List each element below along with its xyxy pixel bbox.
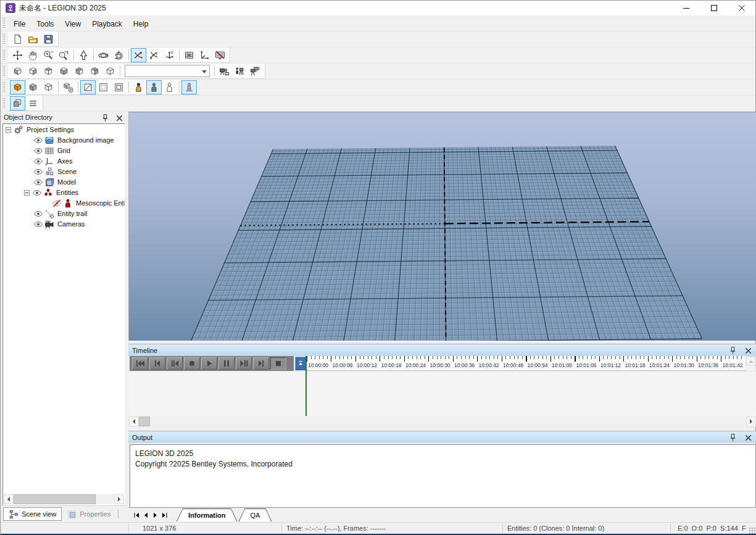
toolbar-grip[interactable] (3, 82, 5, 93)
nav-last-button[interactable] (160, 510, 169, 520)
camera-tripod-button[interactable] (232, 64, 247, 78)
pin-icon[interactable] (100, 113, 110, 123)
square-slash-button[interactable] (80, 80, 96, 94)
tree-item-grid[interactable]: Grid (3, 146, 125, 156)
pan-button[interactable] (10, 48, 25, 62)
output-log[interactable]: LEGION 3D 2025Copyright ?2025 Bentley Sy… (130, 444, 755, 507)
tree-item-mesoscopic-entities[interactable]: Mesoscopic Entities (3, 198, 125, 208)
cube-v5-button[interactable] (72, 64, 87, 78)
menu-file[interactable]: File (8, 17, 31, 31)
cube-v4-button[interactable] (56, 64, 72, 78)
visibility-eye-icon[interactable] (33, 156, 43, 166)
rotate-z-button[interactable]: z (162, 48, 177, 62)
timeline-hscrollbar[interactable] (128, 416, 756, 427)
orbit-button[interactable] (96, 48, 111, 62)
pointer-up-button[interactable] (76, 48, 91, 62)
scroll-right-icon[interactable] (746, 417, 756, 426)
axes-toggle-button[interactable] (197, 48, 212, 62)
overlap-squares-button[interactable] (10, 96, 25, 110)
cube-v3-button[interactable] (41, 64, 56, 78)
toolbar-grip[interactable] (3, 34, 5, 45)
cube-shaded-button[interactable] (25, 80, 41, 94)
collapse-tracks-button[interactable] (295, 357, 306, 370)
visibility-eye-off-icon[interactable] (52, 198, 62, 208)
rotate-y-button[interactable]: y (146, 48, 162, 62)
menu-view[interactable]: View (59, 17, 86, 31)
square-solid-button[interactable] (111, 80, 127, 94)
play-pause-button[interactable] (236, 357, 252, 370)
scroll-right-icon[interactable] (114, 494, 124, 504)
visibility-eye-icon[interactable] (33, 219, 43, 229)
step-back-button[interactable] (167, 357, 183, 370)
tree-hscroll-thumb[interactable] (14, 494, 96, 504)
hand-button[interactable] (25, 48, 41, 62)
maximize-button[interactable] (700, 1, 728, 15)
timeline-ruler[interactable]: 10:00:0010:00:0610:00:1210:00:1810:00:24… (307, 356, 746, 371)
close-icon[interactable] (743, 433, 754, 443)
pause-button[interactable] (218, 357, 235, 370)
cube-add-button[interactable] (60, 80, 76, 94)
zoom-in-button[interactable] (41, 48, 56, 62)
person-orange-button[interactable] (131, 80, 146, 94)
cube-solid-button[interactable] (10, 80, 25, 94)
close-icon[interactable] (743, 346, 754, 356)
expander-minus-icon[interactable] (24, 190, 30, 196)
menubar-grip[interactable] (3, 18, 5, 29)
camera-combobox[interactable] (125, 65, 210, 77)
timeline-tracks[interactable] (128, 371, 756, 416)
visibility-eye-icon[interactable] (33, 167, 43, 176)
go-to-start-button[interactable] (132, 357, 148, 370)
tab-qa[interactable]: QA (239, 508, 272, 521)
cube-v7-button[interactable] (102, 64, 118, 78)
person-podium-button[interactable] (181, 80, 197, 94)
visibility-eye-icon[interactable] (33, 177, 43, 187)
play-button[interactable] (201, 357, 217, 370)
menu-tools[interactable]: Tools (31, 17, 59, 31)
tree-item-background-image[interactable]: Background image (3, 135, 125, 145)
tree-item-model[interactable]: Model (3, 177, 125, 187)
person-outline-button[interactable] (162, 80, 177, 94)
zoom-window-button[interactable] (56, 48, 72, 62)
tree-item-cameras[interactable]: Cameras (3, 219, 125, 229)
minimize-button[interactable] (672, 1, 700, 15)
tree-item-scene[interactable]: Scene (3, 167, 125, 176)
resize-grip-icon[interactable] (749, 528, 755, 534)
tab-properties[interactable]: Properties (62, 507, 115, 521)
tab-scene-view[interactable]: Scene view (3, 507, 62, 521)
nav-prev-button[interactable] (141, 510, 151, 520)
open-folder-button[interactable] (25, 32, 41, 46)
pin-icon[interactable] (728, 346, 738, 356)
nav-first-button[interactable] (132, 510, 141, 520)
visibility-eye-icon[interactable] (33, 146, 43, 156)
rotate-x-button[interactable]: x (131, 48, 146, 62)
cube-v1-button[interactable] (10, 64, 25, 78)
menu-playback[interactable]: Playback (86, 17, 128, 31)
toolbar-grip[interactable] (3, 50, 5, 61)
person-gray-button[interactable] (146, 80, 162, 94)
scroll-left-icon[interactable] (4, 494, 14, 504)
tree-item-project-settings[interactable]: Project Settings (3, 125, 125, 135)
save-button[interactable] (41, 32, 56, 46)
tree-hscrollbar[interactable] (4, 494, 124, 504)
cube-wire-button[interactable] (41, 80, 56, 94)
visibility-eye-icon[interactable] (32, 188, 42, 197)
tree-item-entity-trail[interactable]: Entity trail (3, 209, 125, 218)
expander-minus-icon[interactable] (6, 127, 11, 133)
new-document-button[interactable] (10, 32, 25, 46)
toolbar-grip[interactable] (3, 98, 5, 109)
camera-multi-button[interactable] (247, 64, 263, 78)
square-dashed-button[interactable] (96, 80, 111, 94)
grid-toggle-button[interactable] (181, 48, 197, 62)
visibility-eye-icon[interactable] (33, 135, 43, 145)
scroll-up-icon[interactable] (746, 357, 755, 366)
close-icon[interactable] (114, 113, 125, 123)
tree-item-entities[interactable]: Entities (3, 188, 125, 197)
tree-item-axes[interactable]: Axes (3, 156, 125, 166)
cube-v6-button[interactable] (87, 64, 102, 78)
rotate-view-button[interactable] (111, 48, 127, 62)
menu-help[interactable]: Help (128, 17, 154, 31)
previous-frame-button[interactable] (149, 357, 165, 370)
pin-icon[interactable] (728, 433, 738, 443)
cube-v2-button[interactable] (25, 64, 41, 78)
tab-information[interactable]: Information (177, 508, 238, 521)
